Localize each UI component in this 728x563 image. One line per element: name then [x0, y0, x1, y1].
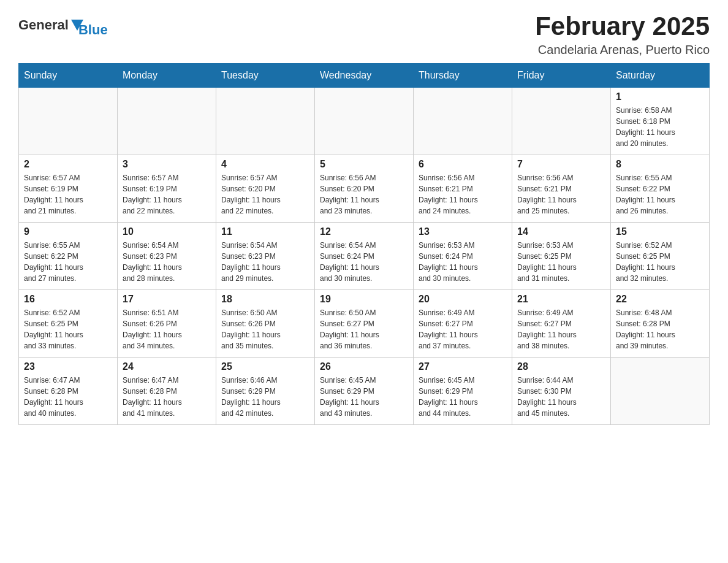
day-info: Sunrise: 6:49 AMSunset: 6:27 PMDaylight:… — [517, 307, 605, 351]
table-row: 27Sunrise: 6:45 AMSunset: 6:29 PMDayligh… — [414, 358, 512, 425]
table-row: 23Sunrise: 6:47 AMSunset: 6:28 PMDayligh… — [19, 358, 118, 425]
day-info: Sunrise: 6:54 AMSunset: 6:23 PMDaylight:… — [221, 240, 309, 284]
table-row: 24Sunrise: 6:47 AMSunset: 6:28 PMDayligh… — [118, 358, 216, 425]
header-row: Sunday Monday Tuesday Wednesday Thursday… — [19, 64, 710, 88]
day-info: Sunrise: 6:53 AMSunset: 6:24 PMDaylight:… — [419, 240, 507, 284]
day-number: 24 — [123, 361, 211, 372]
day-number: 17 — [123, 294, 211, 305]
table-row — [512, 88, 611, 155]
day-info: Sunrise: 6:57 AMSunset: 6:19 PMDaylight:… — [24, 172, 112, 216]
table-row: 26Sunrise: 6:45 AMSunset: 6:29 PMDayligh… — [315, 358, 414, 425]
day-info: Sunrise: 6:49 AMSunset: 6:27 PMDaylight:… — [419, 307, 507, 351]
table-row: 4Sunrise: 6:57 AMSunset: 6:20 PMDaylight… — [216, 155, 315, 223]
logo: General Blue — [18, 12, 108, 38]
day-info: Sunrise: 6:54 AMSunset: 6:24 PMDaylight:… — [320, 240, 408, 284]
col-sunday: Sunday — [19, 64, 118, 88]
day-number: 20 — [419, 294, 507, 305]
day-info: Sunrise: 6:51 AMSunset: 6:26 PMDaylight:… — [123, 307, 211, 351]
table-row: 11Sunrise: 6:54 AMSunset: 6:23 PMDayligh… — [216, 223, 315, 290]
day-number: 11 — [221, 226, 309, 237]
table-row — [611, 358, 710, 425]
day-number: 14 — [517, 226, 605, 237]
table-row: 3Sunrise: 6:57 AMSunset: 6:19 PMDaylight… — [118, 155, 216, 223]
day-number: 21 — [517, 294, 605, 305]
table-row: 2Sunrise: 6:57 AMSunset: 6:19 PMDaylight… — [19, 155, 118, 223]
day-info: Sunrise: 6:45 AMSunset: 6:29 PMDaylight:… — [320, 375, 408, 419]
logo-blue: Blue — [78, 22, 108, 38]
table-row: 12Sunrise: 6:54 AMSunset: 6:24 PMDayligh… — [315, 223, 414, 290]
col-monday: Monday — [118, 64, 216, 88]
day-number: 10 — [123, 226, 211, 237]
col-wednesday: Wednesday — [315, 64, 414, 88]
table-row: 13Sunrise: 6:53 AMSunset: 6:24 PMDayligh… — [414, 223, 512, 290]
logo-general: General — [18, 17, 69, 33]
table-row: 16Sunrise: 6:52 AMSunset: 6:25 PMDayligh… — [19, 290, 118, 358]
day-info: Sunrise: 6:46 AMSunset: 6:29 PMDaylight:… — [221, 375, 309, 419]
calendar-week-row: 1Sunrise: 6:58 AMSunset: 6:18 PMDaylight… — [19, 88, 710, 155]
table-row: 5Sunrise: 6:56 AMSunset: 6:20 PMDaylight… — [315, 155, 414, 223]
day-info: Sunrise: 6:58 AMSunset: 6:18 PMDaylight:… — [616, 105, 704, 149]
calendar-week-row: 9Sunrise: 6:55 AMSunset: 6:22 PMDaylight… — [19, 223, 710, 290]
day-number: 15 — [616, 226, 704, 237]
day-info: Sunrise: 6:55 AMSunset: 6:22 PMDaylight:… — [24, 240, 112, 284]
page-header: General Blue February 2025 Candelaria Ar… — [18, 12, 710, 57]
table-row: 9Sunrise: 6:55 AMSunset: 6:22 PMDaylight… — [19, 223, 118, 290]
day-number: 4 — [221, 159, 309, 170]
day-number: 26 — [320, 361, 408, 372]
day-info: Sunrise: 6:47 AMSunset: 6:28 PMDaylight:… — [24, 375, 112, 419]
table-row — [414, 88, 512, 155]
table-row: 14Sunrise: 6:53 AMSunset: 6:25 PMDayligh… — [512, 223, 611, 290]
day-info: Sunrise: 6:50 AMSunset: 6:27 PMDaylight:… — [320, 307, 408, 351]
calendar-week-row: 2Sunrise: 6:57 AMSunset: 6:19 PMDaylight… — [19, 155, 710, 223]
day-number: 28 — [517, 361, 605, 372]
day-number: 22 — [616, 294, 704, 305]
day-info: Sunrise: 6:56 AMSunset: 6:20 PMDaylight:… — [320, 172, 408, 216]
day-info: Sunrise: 6:45 AMSunset: 6:29 PMDaylight:… — [419, 375, 507, 419]
table-row — [118, 88, 216, 155]
day-info: Sunrise: 6:47 AMSunset: 6:28 PMDaylight:… — [123, 375, 211, 419]
day-number: 3 — [123, 159, 211, 170]
table-row: 22Sunrise: 6:48 AMSunset: 6:28 PMDayligh… — [611, 290, 710, 358]
title-block: February 2025 Candelaria Arenas, Puerto … — [535, 12, 710, 57]
day-number: 5 — [320, 159, 408, 170]
day-info: Sunrise: 6:57 AMSunset: 6:19 PMDaylight:… — [123, 172, 211, 216]
calendar-week-row: 16Sunrise: 6:52 AMSunset: 6:25 PMDayligh… — [19, 290, 710, 358]
day-number: 6 — [419, 159, 507, 170]
table-row: 19Sunrise: 6:50 AMSunset: 6:27 PMDayligh… — [315, 290, 414, 358]
calendar-table: Sunday Monday Tuesday Wednesday Thursday… — [18, 63, 710, 425]
day-info: Sunrise: 6:56 AMSunset: 6:21 PMDaylight:… — [517, 172, 605, 216]
day-number: 16 — [24, 294, 112, 305]
day-number: 2 — [24, 159, 112, 170]
calendar-title: February 2025 — [535, 12, 710, 40]
table-row — [216, 88, 315, 155]
day-number: 9 — [24, 226, 112, 237]
col-saturday: Saturday — [611, 64, 710, 88]
day-info: Sunrise: 6:48 AMSunset: 6:28 PMDaylight:… — [616, 307, 704, 351]
table-row: 7Sunrise: 6:56 AMSunset: 6:21 PMDaylight… — [512, 155, 611, 223]
day-info: Sunrise: 6:57 AMSunset: 6:20 PMDaylight:… — [221, 172, 309, 216]
day-number: 12 — [320, 226, 408, 237]
day-info: Sunrise: 6:53 AMSunset: 6:25 PMDaylight:… — [517, 240, 605, 284]
table-row: 15Sunrise: 6:52 AMSunset: 6:25 PMDayligh… — [611, 223, 710, 290]
day-number: 7 — [517, 159, 605, 170]
table-row: 6Sunrise: 6:56 AMSunset: 6:21 PMDaylight… — [414, 155, 512, 223]
day-info: Sunrise: 6:54 AMSunset: 6:23 PMDaylight:… — [123, 240, 211, 284]
table-row: 10Sunrise: 6:54 AMSunset: 6:23 PMDayligh… — [118, 223, 216, 290]
calendar-subtitle: Candelaria Arenas, Puerto Rico — [535, 43, 710, 57]
day-number: 23 — [24, 361, 112, 372]
day-number: 27 — [419, 361, 507, 372]
table-row — [315, 88, 414, 155]
day-number: 13 — [419, 226, 507, 237]
table-row: 8Sunrise: 6:55 AMSunset: 6:22 PMDaylight… — [611, 155, 710, 223]
day-number: 19 — [320, 294, 408, 305]
calendar-week-row: 23Sunrise: 6:47 AMSunset: 6:28 PMDayligh… — [19, 358, 710, 425]
day-info: Sunrise: 6:52 AMSunset: 6:25 PMDaylight:… — [24, 307, 112, 351]
table-row: 20Sunrise: 6:49 AMSunset: 6:27 PMDayligh… — [414, 290, 512, 358]
day-number: 1 — [616, 91, 704, 102]
table-row: 18Sunrise: 6:50 AMSunset: 6:26 PMDayligh… — [216, 290, 315, 358]
day-info: Sunrise: 6:50 AMSunset: 6:26 PMDaylight:… — [221, 307, 309, 351]
day-number: 8 — [616, 159, 704, 170]
day-number: 25 — [221, 361, 309, 372]
table-row: 28Sunrise: 6:44 AMSunset: 6:30 PMDayligh… — [512, 358, 611, 425]
col-tuesday: Tuesday — [216, 64, 315, 88]
